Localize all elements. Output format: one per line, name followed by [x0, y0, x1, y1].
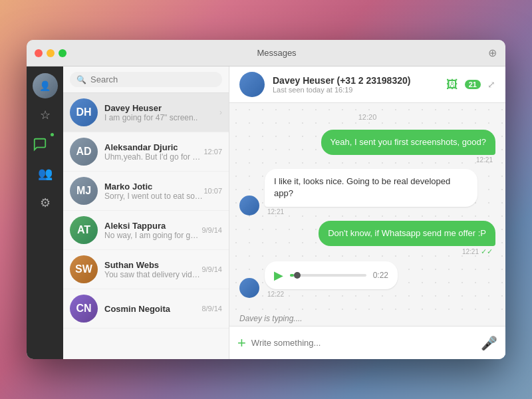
message-input[interactable]: [251, 338, 475, 348]
conversation-list: DH Davey Heuser I am going for 47" scree…: [63, 93, 229, 359]
timestamp-first: 12:20: [239, 110, 495, 124]
audio-progress-bar[interactable]: [290, 274, 366, 277]
conversation-name: Suthan Webs: [104, 260, 201, 270]
compose-button[interactable]: ⊕: [479, 47, 505, 59]
conversation-preview: You saw that delivery video? :): [104, 270, 201, 279]
conversation-name: Aleksi Tappura: [104, 221, 201, 231]
conversation-preview: Uhm,yeah. But I'd go for black ..: [104, 152, 203, 162]
conversation-item[interactable]: CN Cosmin Negoita 8/9/14: [63, 289, 229, 329]
message-time: 12:22: [267, 291, 395, 298]
input-bar: + 🎤: [229, 326, 505, 359]
message-row: I like it, looks nice. Going to be real …: [239, 169, 495, 215]
contact-name: Davey Heuser (+31 2 23198320): [273, 75, 446, 86]
conversation-time: 10:07: [203, 187, 222, 195]
conversation-item[interactable]: MJ Marko Jotic Sorry, I went out to eat …: [63, 172, 229, 211]
typing-indicator: Davey is typing....: [229, 311, 505, 326]
message-row: ▶ 0:22 12:22: [239, 261, 495, 298]
conversation-avatar: SW: [70, 255, 98, 283]
sidebar-item-settings[interactable]: ⚙: [33, 190, 58, 215]
message-bubble: I like it, looks nice. Going to be real …: [265, 169, 477, 206]
conversation-preview: Sorry, I went out to eat something..: [104, 192, 203, 201]
message-row: Don't know, if Whatsapp send me offer :P…: [239, 221, 495, 256]
conversation-item[interactable]: SW Suthan Webs You saw that delivery vid…: [63, 250, 229, 289]
microphone-icon[interactable]: 🎤: [481, 335, 497, 351]
conversation-name: Marko Jotic: [104, 182, 203, 192]
audio-progress-fill: [290, 274, 294, 277]
conversation-time: 8/9/14: [201, 305, 222, 313]
audio-duration: 0:22: [373, 271, 388, 280]
conversation-name: Aleksandar Djuric: [104, 142, 203, 152]
conversation-info: Davey Heuser I am going for 47" screen..: [104, 103, 217, 122]
play-button[interactable]: ▶: [274, 268, 283, 283]
sender-avatar: [239, 278, 259, 298]
message-row: Yeah, I sent you first screenshots, good…: [239, 130, 495, 164]
contact-avatar: [239, 72, 265, 97]
conversations-panel: 🔍 DH Davey Heuser I am going for 47" scr…: [63, 66, 229, 359]
audio-handle[interactable]: [294, 272, 301, 279]
conversation-avatar: DH: [70, 98, 98, 126]
conversation-time: 9/9/14: [201, 265, 222, 273]
conversation-avatar: MJ: [70, 177, 98, 205]
sidebar-item-messages[interactable]: [33, 132, 58, 157]
audio-message: ▶ 0:22: [265, 261, 398, 289]
conversation-preview: No way, I am going for gold one..: [104, 231, 201, 240]
sidebar-item-contacts[interactable]: 👥: [33, 161, 58, 186]
expand-icon[interactable]: ⤢: [487, 79, 495, 90]
search-bar: 🔍: [63, 66, 229, 93]
chat-header-actions: 🖼 21 ⤢: [446, 78, 495, 92]
window-title: Messages: [74, 48, 479, 58]
chat-header: Davey Heuser (+31 2 23198320) Last seen …: [229, 66, 505, 103]
read-receipt-icon: ✓✓: [481, 247, 493, 256]
conversation-name: Davey Heuser: [104, 103, 217, 113]
media-icon[interactable]: 🖼: [446, 78, 458, 92]
conversation-avatar: AT: [70, 216, 98, 244]
conversation-time: 12:07: [203, 148, 222, 156]
conversation-time: 9/9/14: [201, 226, 222, 234]
conversation-avatar: CN: [70, 295, 98, 323]
conversation-item[interactable]: AT Aleksi Tappura No way, I am going for…: [63, 211, 229, 250]
sender-avatar: [239, 196, 259, 215]
conversation-info: Suthan Webs You saw that delivery video?…: [104, 260, 201, 279]
user-avatar[interactable]: 👤: [33, 73, 58, 98]
media-count-badge: 21: [465, 80, 481, 89]
chat-panel: Davey Heuser (+31 2 23198320) Last seen …: [229, 66, 505, 359]
message-bubble: Yeah, I sent you first screenshots, good…: [321, 130, 495, 155]
sidebar-item-favorites[interactable]: ☆: [33, 102, 58, 128]
sidebar-icons: 👤 ☆ 👥 ⚙: [27, 66, 63, 359]
message-time: 12:21 ✓✓: [321, 247, 493, 256]
title-bar: Messages ⊕: [27, 40, 505, 66]
search-input-wrap[interactable]: 🔍: [70, 72, 222, 87]
contact-status: Last seen today at 16:19: [273, 86, 446, 94]
conversation-info: Aleksi Tappura No way, I am going for go…: [104, 221, 201, 240]
search-input[interactable]: [90, 74, 215, 84]
conversation-item[interactable]: AD Aleksandar Djuric Uhm,yeah. But I'd g…: [63, 132, 229, 172]
conversation-item[interactable]: DH Davey Heuser I am going for 47" scree…: [63, 93, 229, 132]
contact-info: Davey Heuser (+31 2 23198320) Last seen …: [273, 75, 446, 94]
conversation-info: Cosmin Negoita: [104, 304, 201, 314]
attach-button[interactable]: +: [237, 334, 246, 352]
conversation-info: Marko Jotic Sorry, I went out to eat som…: [104, 182, 203, 201]
close-button[interactable]: [35, 49, 43, 57]
search-icon: 🔍: [76, 75, 86, 84]
messages-area: 12:20 Yeah, I sent you first screenshots…: [229, 103, 505, 311]
message-time: 12:21: [267, 208, 475, 215]
conversation-name: Cosmin Negoita: [104, 304, 201, 314]
conversation-info: Aleksandar Djuric Uhm,yeah. But I'd go f…: [104, 142, 203, 162]
chevron-right-icon: ›: [219, 108, 222, 117]
maximize-button[interactable]: [59, 49, 66, 57]
app-window: Messages ⊕ 👤 ☆ 👥 ⚙ 🔍: [27, 40, 505, 359]
message-bubble: Don't know, if Whatsapp send me offer :P: [319, 221, 495, 246]
minimize-button[interactable]: [47, 49, 55, 57]
conversation-avatar: AD: [70, 138, 98, 166]
traffic-lights: [27, 49, 74, 57]
main-content: 👤 ☆ 👥 ⚙ 🔍 DH Davey H: [27, 66, 505, 359]
message-time: 12:21: [324, 156, 493, 164]
conversation-preview: I am going for 47" screen..: [104, 113, 217, 122]
